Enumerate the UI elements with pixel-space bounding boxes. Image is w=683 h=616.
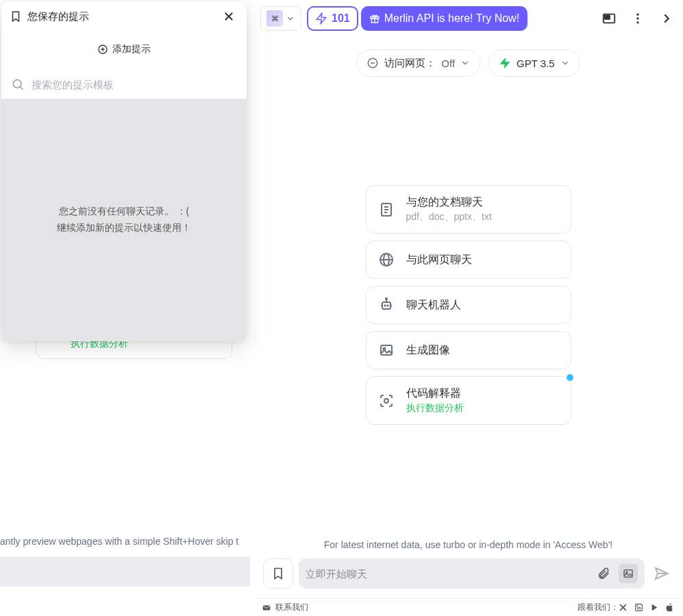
chat-input-wrap — [299, 558, 645, 589]
bot-icon — [377, 296, 395, 314]
card-title: 代码解释器 — [406, 386, 464, 401]
access-web-pill[interactable]: 访问网页： Off — [356, 49, 480, 77]
composer-left-fragment — [0, 556, 250, 587]
popup-search — [1, 70, 247, 99]
svg-point-24 — [384, 305, 385, 306]
svg-line-42 — [20, 86, 23, 89]
svg-point-8 — [636, 21, 638, 23]
more-button[interactable] — [628, 9, 647, 28]
card-title: 生成图像 — [406, 343, 450, 358]
card-subtitle: 执行数据分析 — [406, 402, 464, 415]
gift-icon — [369, 13, 380, 24]
svg-point-7 — [636, 17, 638, 19]
mail-icon — [262, 603, 271, 613]
svg-point-21 — [386, 298, 387, 299]
svg-point-41 — [13, 79, 21, 88]
popup-empty-state: 您之前没有任何聊天记录。 ：( 继续添加新的提示以快速使用！ — [1, 99, 247, 341]
pip-button[interactable] — [599, 9, 619, 28]
svg-rect-26 — [381, 345, 392, 355]
chat-input[interactable] — [306, 568, 588, 580]
apple-icon[interactable] — [666, 603, 675, 612]
add-prompt-label: 添加提示 — [112, 43, 151, 56]
chevron-down-icon — [560, 58, 570, 68]
bolt-icon — [499, 57, 511, 69]
credits-chip[interactable]: 101 — [307, 6, 358, 31]
paperclip-icon — [597, 567, 610, 580]
composer — [253, 558, 683, 598]
x-twitter-icon[interactable] — [619, 603, 628, 612]
tip-banner: For latest internet data, use turbo or i… — [253, 539, 683, 550]
send-button[interactable] — [650, 562, 673, 585]
credits-value: 101 — [332, 12, 350, 25]
bookmark-icon — [271, 567, 285, 580]
tip-banner-left-fragment: antly preview webpages with a simple Shi… — [0, 536, 250, 547]
popup-title-text: 您保存的提示 — [27, 10, 89, 23]
svg-rect-5 — [605, 15, 610, 19]
search-input[interactable] — [32, 79, 237, 90]
model-label: GPT 3.5 — [517, 58, 555, 69]
pip-icon — [601, 11, 617, 26]
model-pill[interactable]: GPT 3.5 — [488, 49, 580, 77]
more-vertical-icon — [631, 12, 645, 25]
action-card-chat-webpage[interactable]: 与此网页聊天 — [366, 241, 571, 279]
promo-chip[interactable]: Merlin API is here! Try Now! — [361, 6, 527, 31]
popup-title: 您保存的提示 — [10, 10, 214, 23]
chevron-down-icon — [286, 14, 295, 23]
close-icon — [223, 10, 235, 23]
minus-circle-icon — [367, 57, 379, 69]
action-card-code-interpreter[interactable]: 代码解释器 执行数据分析 — [366, 376, 571, 425]
send-icon — [654, 565, 670, 582]
svg-rect-32 — [263, 605, 271, 610]
main-subheader: 访问网页： Off GPT 3.5 — [253, 37, 683, 89]
saved-prompts-button[interactable] — [263, 558, 293, 589]
scan-icon — [377, 392, 395, 410]
saved-prompts-popup: 您保存的提示 添加提示 您之前没有任何聊天记录。 ：( 继续添加新的提示以快速使… — [1, 1, 247, 341]
contact-link[interactable]: 联系我们 — [275, 602, 308, 613]
plus-circle-icon — [97, 44, 108, 55]
file-text-icon — [377, 201, 395, 219]
empty-line-1: 您之前没有任何聊天记录。 ：( — [57, 204, 191, 220]
chevron-down-icon — [460, 58, 470, 68]
svg-marker-11 — [500, 58, 510, 69]
bookmark-icon — [10, 10, 22, 23]
popup-header: 您保存的提示 — [1, 1, 247, 32]
action-card-chat-docs[interactable]: 与您的文档聊天 pdf、doc、pptx、txt — [366, 185, 571, 234]
action-card-generate-image[interactable]: 生成图像 — [366, 331, 571, 369]
workspace-selector[interactable]: ⌘ — [260, 6, 301, 31]
svg-point-25 — [387, 305, 388, 306]
add-prompt-button[interactable]: 添加提示 — [1, 36, 247, 63]
access-web-label: 访问网页： — [384, 57, 436, 70]
card-subtitle: pdf、doc、pptx、txt — [406, 211, 492, 223]
new-badge-dot — [567, 374, 573, 381]
svg-point-28 — [384, 399, 388, 403]
main-footer: 联系我们 跟着我们： — [253, 598, 683, 616]
bolt-icon — [315, 12, 327, 25]
svg-marker-0 — [316, 14, 326, 24]
workspace-avatar-icon: ⌘ — [266, 10, 283, 27]
main-header: ⌘ 101 Merlin API is here! Try Now! — [253, 0, 683, 37]
promo-label: Merlin API is here! Try Now! — [384, 12, 519, 25]
attach-button[interactable] — [594, 564, 613, 583]
globe-icon — [377, 251, 395, 269]
card-title: 聊天机器人 — [406, 298, 461, 312]
image-icon — [377, 341, 395, 359]
action-card-chat-bot[interactable]: 聊天机器人 — [366, 286, 571, 324]
follow-label: 跟着我们： — [578, 602, 619, 613]
main-body: 与您的文档聊天 pdf、doc、pptx、txt 与此网页聊天 聊天机器人 — [253, 89, 683, 539]
linkedin-icon[interactable] — [634, 603, 643, 612]
chevron-right-icon — [659, 11, 674, 26]
card-title: 与此网页聊天 — [406, 253, 472, 267]
close-button[interactable] — [219, 7, 238, 26]
search-icon — [11, 77, 25, 91]
image-icon — [622, 567, 634, 580]
image-upload-button[interactable] — [619, 564, 638, 583]
svg-rect-19 — [382, 302, 390, 309]
forward-button[interactable] — [657, 9, 676, 28]
card-title: 与您的文档聊天 — [406, 195, 492, 210]
svg-rect-29 — [624, 570, 632, 578]
play-store-icon[interactable] — [650, 603, 659, 612]
access-web-value: Off — [441, 58, 455, 69]
empty-line-2: 继续添加新的提示以快速使用！ — [57, 220, 191, 236]
svg-point-6 — [636, 14, 638, 16]
main-panel: ⌘ 101 Merlin API is here! Try Now! 访问网 — [253, 0, 683, 616]
